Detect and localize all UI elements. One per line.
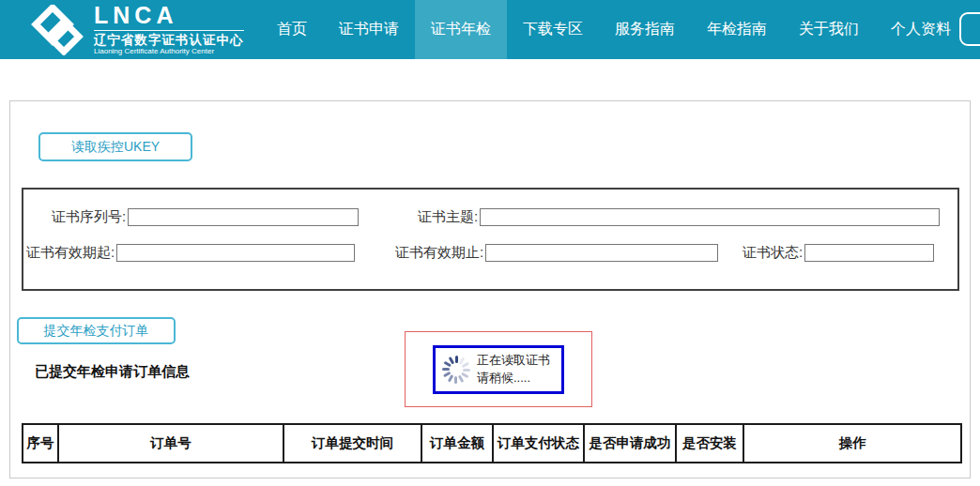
nav-search-box[interactable] xyxy=(959,12,980,46)
logo-title-en: Liaoning Certificate Authority Center xyxy=(94,48,244,55)
main-nav: 首页 证书申请 证书年检 下载专区 服务指南 年检指南 关于我们 个人资料 xyxy=(261,0,980,59)
loading-message: 正在读取证书 请稍候..... xyxy=(477,352,550,387)
col-header-actions: 操作 xyxy=(743,424,961,463)
submit-annual-payment-order-button[interactable]: 提交年检支付订单 xyxy=(17,317,176,344)
read-ukey-button[interactable]: 读取疾控UKEY xyxy=(38,132,192,161)
nav-item-home[interactable]: 首页 xyxy=(261,0,323,59)
col-header-index: 序号 xyxy=(23,424,58,463)
logo-title-cn: 辽宁省数字证书认证中心 xyxy=(94,34,244,47)
cert-valid-from-label: 证书有效期起: xyxy=(26,244,115,262)
orders-table-header-row: 序号 订单号 订单提交时间 订单金额 订单支付状态 是否申请成功 是否安装 操作 xyxy=(23,424,961,463)
cert-status-input[interactable] xyxy=(804,244,934,262)
cert-serial-label: 证书序列号: xyxy=(52,208,126,226)
cert-status-field: 证书状态: xyxy=(743,244,934,262)
cert-valid-to-label: 证书有效期止: xyxy=(395,244,483,262)
content-panel: 读取疾控UKEY 证书序列号: 证书主题: 证书有效期起: 证书有效期止: 证书… xyxy=(9,100,971,478)
nav-item-about-us[interactable]: 关于我们 xyxy=(783,0,875,59)
nav-item-cert-apply[interactable]: 证书申请 xyxy=(323,0,415,59)
cert-serial-field: 证书序列号: xyxy=(52,208,359,226)
logo-acronym: LNCA xyxy=(94,4,244,31)
loading-message-line1: 正在读取证书 xyxy=(477,352,550,370)
cert-valid-to-field: 证书有效期止: xyxy=(395,244,718,262)
submitted-orders-title: 已提交年检申请订单信息 xyxy=(35,363,190,381)
col-header-order-no: 订单号 xyxy=(58,424,283,463)
logo-text: LNCA 辽宁省数字证书认证中心 Liaoning Certificate Au… xyxy=(94,4,244,56)
nav-item-download-zone[interactable]: 下载专区 xyxy=(507,0,599,59)
top-nav-bar: LNCA 辽宁省数字证书认证中心 Liaoning Certificate Au… xyxy=(0,0,980,59)
nav-item-personal-profile[interactable]: 个人资料 xyxy=(875,0,967,59)
loading-dialog-inner: 正在读取证书 请稍候..... xyxy=(433,345,564,394)
loading-message-line2: 请稍候..... xyxy=(477,370,550,387)
cert-valid-from-field: 证书有效期起: xyxy=(26,244,355,262)
nav-item-cert-annual-check[interactable]: 证书年检 xyxy=(415,0,507,59)
col-header-apply-success: 是否申请成功 xyxy=(584,424,676,463)
certificate-info-box: 证书序列号: 证书主题: 证书有效期起: 证书有效期止: 证书状态: xyxy=(22,188,959,291)
cert-serial-input[interactable] xyxy=(128,208,359,226)
nav-item-service-guide[interactable]: 服务指南 xyxy=(599,0,691,59)
col-header-pay-status: 订单支付状态 xyxy=(493,424,584,463)
cert-subject-field: 证书主题: xyxy=(418,208,940,226)
lnca-diamond-icon xyxy=(28,5,86,55)
orders-table: 序号 订单号 订单提交时间 订单金额 订单支付状态 是否申请成功 是否安装 操作 xyxy=(22,423,962,463)
col-header-installed: 是否安装 xyxy=(676,424,743,463)
site-logo[interactable]: LNCA 辽宁省数字证书认证中心 Liaoning Certificate Au… xyxy=(28,0,244,59)
col-header-submit-time: 订单提交时间 xyxy=(283,424,421,463)
loading-dialog: 正在读取证书 请稍候..... xyxy=(405,331,592,407)
loading-spinner-icon xyxy=(441,355,471,385)
nav-item-annual-guide[interactable]: 年检指南 xyxy=(691,0,783,59)
cert-subject-label: 证书主题: xyxy=(418,208,478,226)
col-header-amount: 订单金额 xyxy=(421,424,493,463)
cert-valid-to-input[interactable] xyxy=(485,244,718,262)
cert-subject-input[interactable] xyxy=(480,208,940,226)
cert-valid-from-input[interactable] xyxy=(116,244,355,262)
cert-status-label: 证书状态: xyxy=(743,244,803,262)
